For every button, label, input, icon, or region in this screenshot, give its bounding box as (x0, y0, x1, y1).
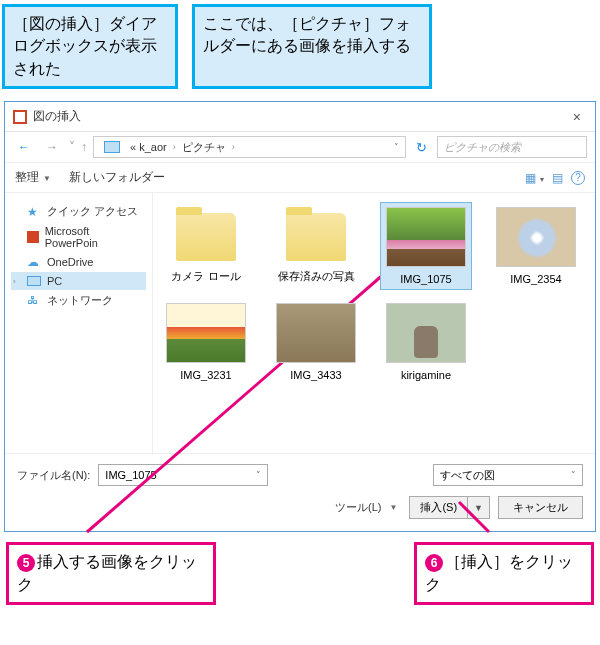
tools-dropdown[interactable]: ツール(L)▼ (335, 500, 397, 515)
filetype-value: すべての図 (440, 468, 571, 483)
folder-item[interactable]: カメラ ロール (161, 203, 251, 289)
callout-step-5: 5挿入する画像をクリック (6, 542, 216, 605)
image-thumbnail (166, 303, 246, 363)
folder-icon (176, 213, 236, 261)
search-placeholder: ピクチャの検索 (444, 140, 521, 155)
callout-text: ［挿入］をクリック (425, 553, 573, 592)
file-label: IMG_3231 (161, 367, 251, 385)
breadcrumb-seg[interactable]: ピクチャ (182, 140, 226, 155)
monitor-icon (104, 141, 120, 153)
chevron-right-icon: › (173, 142, 176, 152)
filename-label: ファイル名(N): (17, 468, 90, 483)
sidebar-item-label: クイック アクセス (47, 204, 138, 219)
view-thumbnails-icon[interactable]: ▦▾ (525, 171, 544, 185)
pc-icon (27, 276, 41, 286)
organize-button[interactable]: 整理▼ (15, 169, 51, 186)
sidebar: ★ クイック アクセス Microsoft PowerPoin ☁ OneDri… (5, 193, 153, 453)
filetype-combo[interactable]: すべての図 ˅ (433, 464, 583, 486)
image-item[interactable]: IMG_3231 (161, 299, 251, 385)
filename-value: IMG_1075 (105, 469, 256, 481)
up-folder-icon[interactable]: ↑ (81, 140, 87, 154)
image-thumbnail (276, 303, 356, 363)
file-label: IMG_1075 (381, 271, 471, 289)
chevron-down-icon[interactable]: ˅ (571, 470, 576, 480)
file-label: 保存済みの写真 (271, 267, 361, 288)
sidebar-item-onedrive[interactable]: ☁ OneDrive (11, 252, 146, 272)
image-thumbnail (386, 207, 466, 267)
dialog-footer: ファイル名(N): IMG_1075 ˅ すべての図 ˅ ツール(L)▼ 挿入(… (5, 453, 595, 531)
refresh-icon[interactable]: ↻ (412, 140, 431, 155)
powerpoint-icon (27, 231, 39, 243)
close-icon[interactable]: × (567, 109, 587, 125)
sidebar-item-powerpoint[interactable]: Microsoft PowerPoin (11, 222, 146, 252)
caret-icon: › (13, 277, 21, 286)
sidebar-item-quick-access[interactable]: ★ クイック アクセス (11, 201, 146, 222)
dialog-title: 図の挿入 (33, 108, 81, 125)
step-number-badge: 5 (17, 554, 35, 572)
network-icon: 🖧 (27, 294, 41, 308)
sidebar-item-label: PC (47, 275, 62, 287)
chevron-right-icon: › (232, 142, 235, 152)
help-icon[interactable]: ? (571, 171, 585, 185)
powerpoint-icon (13, 110, 27, 124)
image-thumbnail (496, 207, 576, 267)
file-label: カメラ ロール (161, 267, 251, 288)
file-label: IMG_2354 (491, 271, 581, 289)
file-label: kirigamine (381, 367, 471, 385)
cloud-icon: ☁ (27, 255, 41, 269)
search-input[interactable]: ピクチャの検索 (437, 136, 587, 158)
callout-top-1: ［図の挿入］ダイアログボックスが表示された (2, 4, 178, 89)
insert-button-label: 挿入(S) (410, 497, 468, 518)
image-item[interactable]: IMG_2354 (491, 203, 581, 289)
cancel-button[interactable]: キャンセル (498, 496, 583, 519)
insert-picture-dialog: 図の挿入 × ← → ˅ ↑ « k_aor › ピクチャ › ˅ ↻ ピクチャ… (4, 101, 596, 532)
folder-icon (286, 213, 346, 261)
view-details-icon[interactable]: ▤ (552, 171, 563, 185)
sidebar-item-label: OneDrive (47, 256, 93, 268)
sidebar-item-pc[interactable]: › PC (11, 272, 146, 290)
filename-combo[interactable]: IMG_1075 ˅ (98, 464, 268, 486)
chevron-down-icon[interactable]: ˅ (394, 142, 399, 152)
breadcrumb[interactable]: « k_aor › ピクチャ › ˅ (93, 136, 406, 158)
callout-text: 挿入する画像をクリック (17, 553, 197, 592)
toolbar: 整理▼ 新しいフォルダー ▦▾ ▤ ? (5, 163, 595, 193)
star-icon: ★ (27, 205, 41, 219)
up-icon[interactable]: ˅ (69, 140, 75, 154)
insert-dropdown-icon[interactable]: ▼ (468, 500, 489, 516)
sidebar-item-network[interactable]: 🖧 ネットワーク (11, 290, 146, 311)
image-item[interactable]: IMG_3433 (271, 299, 361, 385)
insert-button[interactable]: 挿入(S) ▼ (409, 496, 490, 519)
sidebar-item-label: Microsoft PowerPoin (45, 225, 144, 249)
sidebar-item-label: ネットワーク (47, 293, 113, 308)
back-icon[interactable]: ← (13, 136, 35, 158)
file-grid: カメラ ロール 保存済みの写真 IMG_1075 IMG_2354 IMG_32… (153, 193, 595, 453)
new-folder-button[interactable]: 新しいフォルダー (69, 169, 165, 186)
chevron-down-icon[interactable]: ˅ (256, 470, 261, 480)
titlebar: 図の挿入 × (5, 102, 595, 132)
image-item[interactable]: kirigamine (381, 299, 471, 385)
forward-icon: → (41, 136, 63, 158)
image-item[interactable]: IMG_1075 (381, 203, 471, 289)
breadcrumb-seg[interactable]: « k_aor (130, 141, 167, 153)
step-number-badge: 6 (425, 554, 443, 572)
navigation-bar: ← → ˅ ↑ « k_aor › ピクチャ › ˅ ↻ ピクチャの検索 (5, 132, 595, 163)
folder-item[interactable]: 保存済みの写真 (271, 203, 361, 289)
callout-top-2: ここでは、［ピクチャ］フォルダーにある画像を挿入する (192, 4, 432, 89)
file-label: IMG_3433 (271, 367, 361, 385)
image-thumbnail (386, 303, 466, 363)
callout-step-6: 6［挿入］をクリック (414, 542, 594, 605)
